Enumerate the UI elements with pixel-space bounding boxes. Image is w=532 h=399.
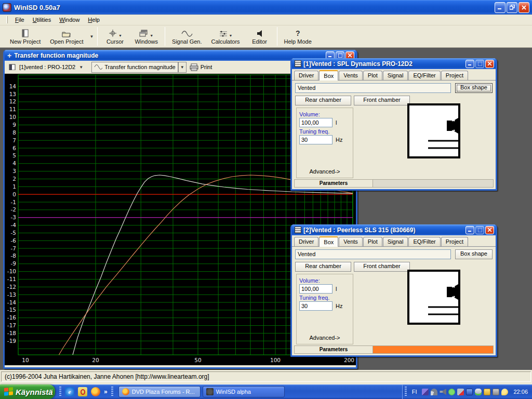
internet-explorer-icon[interactable]: e [65,387,74,396]
svg-text:20: 20 [92,357,99,363]
dialog1-tabs: Driver Box Vents Plot Signal EQ/Filter P… [292,69,496,81]
svg-text:100: 100 [270,357,281,363]
open-project-icon [62,28,71,37]
dialog1-close-button[interactable] [485,60,494,68]
tab-plot[interactable]: Plot [363,71,382,80]
svg-text:-13: -13 [7,291,16,298]
chamber-parameters-group: Volume: l Tuning freq. Hz Advanced-> [296,274,353,344]
quick-launch-overflow[interactable]: » [104,388,108,395]
dialog1-maximize-button[interactable] [475,60,484,68]
mdi-workspace: + Transfer function magnitude [1]vented … [0,48,532,370]
parameters-button[interactable]: Parameters [294,345,373,354]
windows-icon: ▼ [139,28,153,37]
opera-icon[interactable] [78,387,87,396]
menu-help[interactable]: Help [84,15,104,24]
dialog2-minimize-button[interactable] [466,226,474,234]
svg-text:12: 12 [9,98,16,104]
chart-window-title: Transfer function magnitude [14,52,326,59]
front-chamber-button[interactable]: Front chamber [354,96,410,105]
menu-file[interactable]: File [11,15,29,24]
parameters-button[interactable]: Parameters [294,179,373,188]
tab-vents[interactable]: Vents [339,71,363,80]
start-button[interactable]: Käynnistä [0,384,55,399]
tab-box[interactable]: Box [319,70,338,81]
menu-window[interactable]: Window [55,15,84,24]
dialog1-titlebar[interactable]: [1]Vented : SPL Dynamics PRO-12D2 [292,58,496,69]
display-settings-icon[interactable] [466,389,473,395]
antivirus-shield-icon[interactable] [448,389,455,395]
quick-launch-grip[interactable] [59,387,61,397]
calculators-icon: ▼ [219,28,233,37]
tab-eq-filter[interactable]: EQ/Filter [408,237,440,246]
monitor-icon[interactable] [493,389,499,395]
crosshair-icon: + [7,51,11,60]
tuning-freq-input[interactable] [299,135,332,144]
mouse-icon[interactable] [475,389,482,395]
new-project-button[interactable]: New Project [5,25,45,47]
help-mode-button[interactable]: ? Help Mode [280,25,316,47]
menu-utilities[interactable]: Utilities [29,15,55,24]
volume-input[interactable] [299,284,332,294]
plot-type-arrow[interactable]: ▼ [178,62,187,73]
tab-signal[interactable]: Signal [383,71,408,80]
box-type-combo[interactable]: Vented [295,249,451,259]
tab-signal[interactable]: Signal [383,237,408,246]
calculators-button[interactable]: ▼ Calculators [207,25,245,47]
tab-box[interactable]: Box [319,236,338,247]
svg-text:-7: -7 [11,245,16,251]
project-selector[interactable]: [1]vented : PRO-12D2 ▼ [7,63,87,71]
firefox-icon[interactable] [91,387,100,396]
advanced-link[interactable]: Advanced-> [297,335,353,341]
open-project-button[interactable]: Open Project [45,25,88,47]
rear-chamber-button[interactable]: Rear chamber [295,262,351,272]
firefox-icon [122,388,129,395]
folder-task-icon[interactable] [484,389,490,395]
svg-text:5: 5 [12,152,16,158]
tab-project[interactable]: Project [441,237,468,246]
taskbar-button-winisd[interactable]: WinISD alpha [203,386,285,397]
dialog2-maximize-button[interactable] [475,226,484,234]
driver1-window: [1]Vented : SPL Dynamics PRO-12D2 Driver… [290,58,497,191]
cursor-button[interactable]: ▼ Cursor [100,25,130,47]
advanced-link[interactable]: Advanced-> [297,168,353,175]
connection-error-icon[interactable] [457,389,464,395]
project-selector-arrow[interactable]: ▼ [77,65,85,70]
box-type-combo[interactable]: Vented [295,83,451,93]
minimize-button[interactable] [495,2,506,13]
network-places-icon[interactable] [422,389,429,395]
svg-text:-18: -18 [7,330,16,336]
taskband-grip[interactable] [111,387,113,397]
volume-label: Volume: [299,277,350,284]
wireless-signal-icon[interactable] [431,389,437,395]
windows-button[interactable]: ▼ Windows [130,25,163,47]
messenger-icon[interactable] [501,389,508,395]
print-button[interactable]: Print [187,62,216,72]
plot-type-selector[interactable]: Transfer function magnitude [91,62,178,73]
rear-chamber-button[interactable]: Rear chamber [295,96,351,105]
box-shape-button[interactable]: Box shape [455,83,493,93]
editor-icon [256,28,263,37]
signal-gen-button[interactable]: Signal Gen. [167,25,206,47]
tab-driver[interactable]: Driver [294,71,318,80]
tab-plot[interactable]: Plot [363,237,382,246]
editor-button[interactable]: Editor [245,25,275,47]
tab-vents[interactable]: Vents [339,237,363,246]
tab-project[interactable]: Project [441,71,468,80]
open-project-dropdown[interactable]: ▼ [88,34,96,39]
svg-text:3: 3 [12,168,16,174]
tab-eq-filter[interactable]: EQ/Filter [408,71,440,80]
box-shape-drawing [407,270,461,326]
dialog2-titlebar[interactable]: [2]Vented : Peerless SLS 315 (830669) [292,224,496,235]
front-chamber-button[interactable]: Front chamber [354,262,410,272]
volume-icon[interactable] [440,389,446,395]
dialog1-minimize-button[interactable] [466,60,474,68]
close-button[interactable] [518,2,529,13]
box-shape-button[interactable]: Box shape [455,249,493,259]
taskbar-button-dvd-plaza[interactable]: DVD Plaza Forums - R... [118,386,201,397]
restore-button[interactable] [507,2,517,13]
language-indicator[interactable]: FI [409,389,420,395]
volume-input[interactable] [299,118,332,127]
tuning-freq-input[interactable] [299,301,332,311]
dialog2-close-button[interactable] [485,226,494,234]
tab-driver[interactable]: Driver [294,237,318,246]
